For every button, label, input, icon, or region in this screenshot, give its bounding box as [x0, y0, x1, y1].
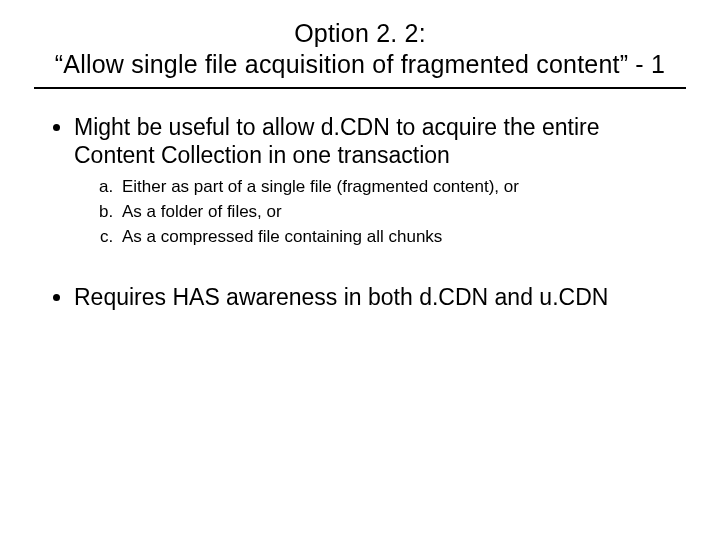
- bullet-list: Might be useful to allow d.CDN to acquir…: [34, 113, 686, 249]
- title-line-2: “Allow single file acquisition of fragme…: [34, 49, 686, 80]
- spacer: [34, 255, 686, 283]
- bullet-text: Might be useful to allow d.CDN to acquir…: [74, 114, 599, 169]
- bullet-item: Might be useful to allow d.CDN to acquir…: [74, 113, 686, 249]
- title-line-1: Option 2. 2:: [34, 18, 686, 49]
- sub-item: As a folder of files, or: [118, 201, 686, 224]
- slide: Option 2. 2: “Allow single file acquisit…: [0, 0, 720, 540]
- bullet-item: Requires HAS awareness in both d.CDN and…: [74, 283, 686, 312]
- title-underline: [34, 87, 686, 89]
- sub-list: Either as part of a single file (fragmen…: [74, 176, 686, 249]
- sub-item: Either as part of a single file (fragmen…: [118, 176, 686, 199]
- bullet-list: Requires HAS awareness in both d.CDN and…: [34, 283, 686, 312]
- bullet-text: Requires HAS awareness in both d.CDN and…: [74, 284, 608, 310]
- sub-item: As a compressed file containing all chun…: [118, 226, 686, 249]
- slide-title: Option 2. 2: “Allow single file acquisit…: [34, 18, 686, 81]
